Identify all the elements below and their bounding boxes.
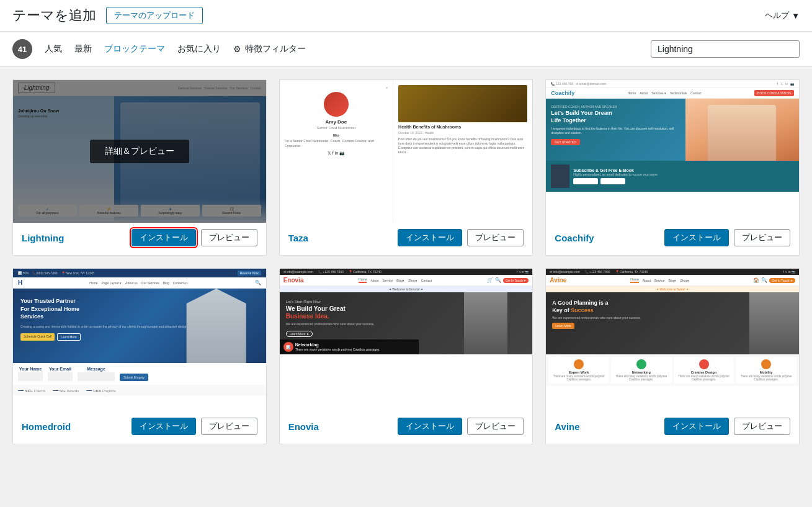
- theme-actions-enovia: インストール プレビュー: [398, 418, 524, 435]
- filter-latest[interactable]: 最新: [74, 43, 92, 55]
- theme-info-enovia: Enovia インストール プレビュー: [280, 411, 533, 444]
- theme-info-taza: Taza インストール プレビュー: [280, 223, 533, 255]
- details-preview-button-homedroid[interactable]: 詳細＆プレビュー: [90, 328, 189, 352]
- preview-button-coachify[interactable]: プレビュー: [734, 229, 790, 246]
- search-input[interactable]: [651, 40, 800, 58]
- filter-popular[interactable]: 人気: [45, 43, 62, 55]
- theme-info-avine: Avine インストール プレビュー: [546, 411, 799, 444]
- details-preview-button-enovia[interactable]: 詳細＆プレビュー: [356, 328, 455, 352]
- install-button-avine[interactable]: インストール: [664, 418, 729, 435]
- theme-name-lightning: Lightning: [22, 233, 64, 243]
- theme-card-avine: ✉ info@example.com 📞 +123 456 7890 📍 Cal…: [545, 268, 800, 444]
- theme-actions-lightning: インストール プレビュー: [132, 229, 257, 246]
- page-title: テーマを追加: [12, 6, 96, 25]
- filter-block-themes[interactable]: ブロックテーマ: [104, 43, 165, 55]
- details-preview-button-coachify[interactable]: 詳細＆プレビュー: [623, 140, 722, 163]
- top-bar: テーマを追加 テーマのアップロード ヘルプ ▼: [0, 0, 812, 32]
- theme-actions-taza: インストール プレビュー: [398, 229, 524, 246]
- preview-button-enovia[interactable]: プレビュー: [467, 418, 524, 435]
- theme-info-homedroid: Homedroid インストール プレビュー: [13, 411, 266, 444]
- details-preview-button-taza[interactable]: 詳細＆プレビュー: [356, 140, 455, 163]
- details-preview-button-lightning[interactable]: 詳細＆プレビュー: [90, 140, 189, 163]
- install-button-taza[interactable]: インストール: [398, 229, 462, 246]
- upload-theme-button[interactable]: テーマのアップロード: [106, 7, 203, 24]
- feature-filter-label: 特徴フィルター: [245, 43, 306, 55]
- help-button[interactable]: ヘルプ ▼: [765, 10, 800, 21]
- theme-info-lightning: Lightning インストール プレビュー: [13, 223, 266, 255]
- filter-favorites[interactable]: お気に入り: [177, 43, 221, 55]
- theme-overlay-lightning[interactable]: 詳細＆プレビュー: [13, 80, 266, 223]
- theme-actions-coachify: インストール プレビュー: [664, 229, 790, 246]
- theme-card-taza: ≡ Amy Doe Senior Food Nutritionist Bio I…: [279, 79, 533, 256]
- gear-icon: ⚙: [233, 44, 241, 54]
- preview-button-avine[interactable]: プレビュー: [734, 418, 790, 435]
- search-box: [651, 40, 800, 58]
- install-button-lightning[interactable]: インストール: [132, 229, 196, 246]
- top-bar-left: テーマを追加 テーマのアップロード: [12, 6, 203, 25]
- theme-screenshot-taza[interactable]: ≡ Amy Doe Senior Food Nutritionist Bio I…: [280, 80, 533, 223]
- theme-name-homedroid: Homedroid: [22, 421, 71, 432]
- themes-grid: ·Lightning· General ServicesDiverse Serv…: [12, 79, 800, 444]
- main-content: ·Lightning· General ServicesDiverse Serv…: [0, 67, 812, 457]
- theme-actions-avine: インストール プレビュー: [664, 418, 790, 435]
- theme-info-coachify: Coachify インストール プレビュー: [546, 223, 799, 255]
- details-preview-button-avine[interactable]: 詳細＆プレビュー: [623, 328, 722, 352]
- theme-name-enovia: Enovia: [288, 421, 319, 432]
- install-button-coachify[interactable]: インストール: [664, 229, 729, 246]
- theme-card-homedroid: 📊 50%📞(000) 545-7390📍 New York, NY 12345…: [12, 268, 267, 444]
- preview-button-lightning[interactable]: プレビュー: [201, 229, 257, 246]
- theme-name-coachify: Coachify: [555, 233, 594, 243]
- theme-name-avine: Avine: [555, 421, 579, 432]
- theme-screenshot-lightning[interactable]: ·Lightning· General ServicesDiverse Serv…: [13, 80, 266, 223]
- theme-name-taza: Taza: [288, 233, 308, 243]
- theme-card-lightning: ·Lightning· General ServicesDiverse Serv…: [12, 79, 267, 256]
- filter-bar: 41 人気 最新 ブロックテーマ お気に入り ⚙ 特徴フィルター: [0, 32, 812, 67]
- install-button-enovia[interactable]: インストール: [398, 418, 462, 435]
- preview-button-taza[interactable]: プレビュー: [467, 229, 524, 246]
- preview-button-homedroid[interactable]: プレビュー: [201, 418, 257, 435]
- theme-screenshot-homedroid[interactable]: 📊 50%📞(000) 545-7390📍 New York, NY 12345…: [13, 269, 266, 411]
- feature-filter[interactable]: ⚙ 特徴フィルター: [233, 43, 306, 55]
- theme-count: 41: [12, 39, 32, 59]
- theme-screenshot-coachify[interactable]: 📞 123-456-789 ✉ email@domain.com f𝕏in📷 C…: [546, 80, 799, 223]
- theme-actions-homedroid: インストール プレビュー: [132, 418, 257, 435]
- chevron-down-icon: ▼: [792, 11, 800, 20]
- theme-screenshot-avine[interactable]: ✉ info@example.com 📞 +123 456 7890 📍 Cal…: [546, 269, 799, 411]
- install-button-homedroid[interactable]: インストール: [132, 418, 196, 435]
- theme-card-coachify: 📞 123-456-789 ✉ email@domain.com f𝕏in📷 C…: [545, 79, 800, 256]
- help-label: ヘルプ: [765, 10, 789, 21]
- theme-card-enovia: ✉ info@example.com 📞 +123 456 7890 📍 Cal…: [279, 268, 533, 444]
- theme-screenshot-enovia[interactable]: ✉ info@example.com 📞 +123 456 7890 📍 Cal…: [280, 269, 533, 411]
